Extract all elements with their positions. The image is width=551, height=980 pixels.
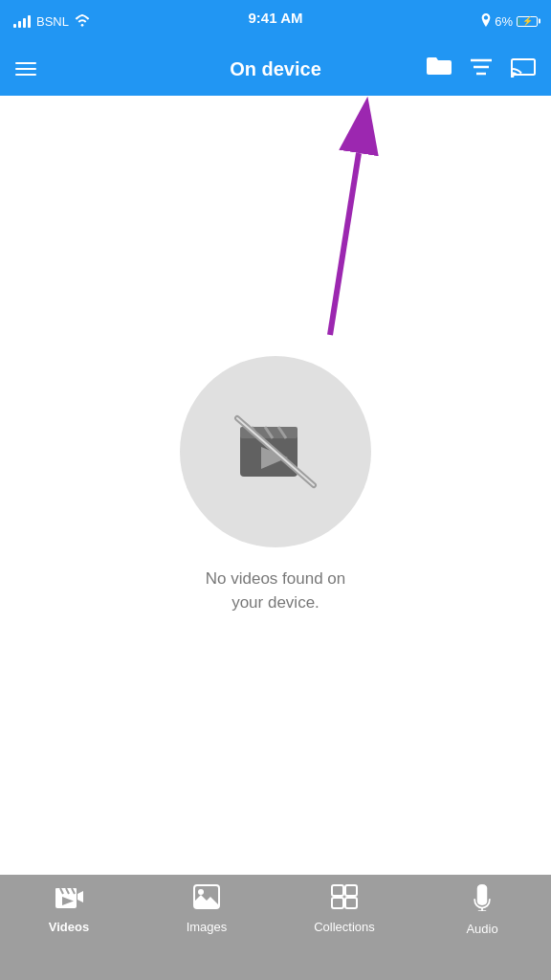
svg-line-7: [330, 153, 359, 335]
signal-bar-4: [28, 15, 31, 28]
battery-icon: ⚡: [517, 16, 538, 27]
svg-rect-4: [512, 59, 535, 75]
empty-state-icon-circle: [180, 356, 371, 547]
status-bar: BSNL 9:41 AM 6% ⚡: [0, 0, 551, 42]
images-tab-label: Images: [187, 920, 228, 934]
status-time: 9:41 AM: [249, 10, 303, 26]
location-icon: [481, 13, 491, 30]
status-bar-right: 6% ⚡: [481, 13, 538, 30]
audio-tab-label: Audio: [466, 922, 497, 936]
tab-collections[interactable]: Collections: [276, 884, 413, 934]
signal-bar-2: [18, 21, 21, 28]
hamburger-line-2: [15, 68, 36, 70]
hamburger-menu-button[interactable]: [15, 62, 36, 76]
collections-tab-label: Collections: [314, 920, 375, 934]
hamburger-line-3: [15, 74, 36, 76]
no-video-icon: [232, 413, 319, 490]
status-bar-left: BSNL: [13, 13, 90, 30]
tab-audio[interactable]: Audio: [413, 884, 551, 936]
empty-state-message: No videos found onyour device.: [206, 567, 346, 615]
svg-rect-25: [332, 885, 343, 896]
images-tab-icon: [193, 884, 220, 916]
wifi-icon: [75, 13, 90, 30]
svg-point-24: [198, 889, 204, 895]
page-title: On device: [230, 58, 321, 80]
signal-bar-3: [23, 18, 26, 28]
header-right-icons: [427, 56, 536, 82]
tab-bar: Videos Images Collections: [0, 875, 551, 980]
tab-images[interactable]: Images: [138, 884, 276, 934]
signal-bar-1: [13, 24, 16, 28]
sort-button[interactable]: [471, 58, 492, 80]
svg-rect-27: [332, 898, 343, 908]
hamburger-line-1: [15, 62, 36, 64]
empty-state: No videos found onyour device.: [180, 356, 371, 615]
folder-button[interactable]: [427, 56, 452, 82]
signal-bars: [13, 14, 31, 28]
app-header: On device: [0, 42, 551, 96]
charging-icon: ⚡: [522, 16, 533, 26]
videos-tab-icon: [55, 884, 83, 916]
svg-point-0: [81, 24, 84, 27]
battery-percent: 6%: [495, 14, 513, 29]
carrier-label: BSNL: [36, 14, 69, 29]
audio-tab-icon: [473, 884, 492, 918]
videos-tab-label: Videos: [49, 920, 89, 934]
collections-tab-icon: [331, 884, 358, 916]
main-content: No videos found onyour device.: [0, 96, 551, 875]
svg-point-5: [511, 74, 514, 77]
svg-rect-28: [345, 898, 357, 908]
svg-rect-26: [345, 885, 357, 896]
tab-videos[interactable]: Videos: [0, 884, 138, 934]
svg-marker-22: [77, 891, 83, 902]
cast-button[interactable]: [511, 56, 536, 82]
